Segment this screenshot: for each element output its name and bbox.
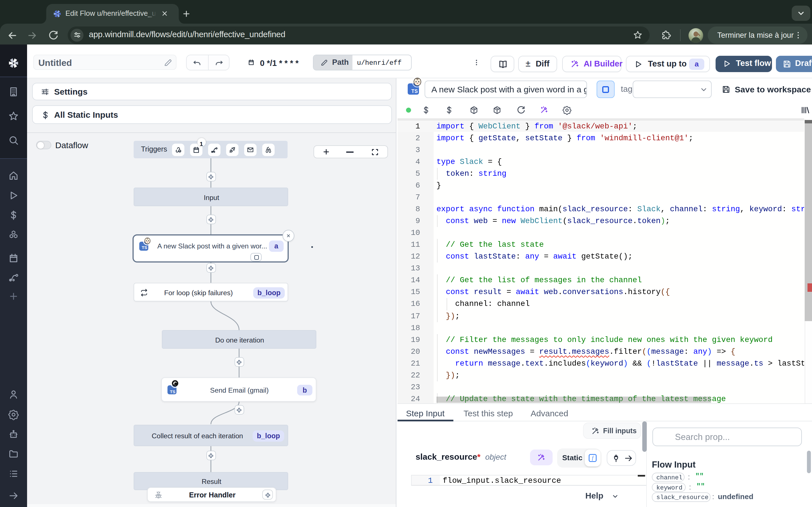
svg-text:f: f <box>592 455 594 461</box>
